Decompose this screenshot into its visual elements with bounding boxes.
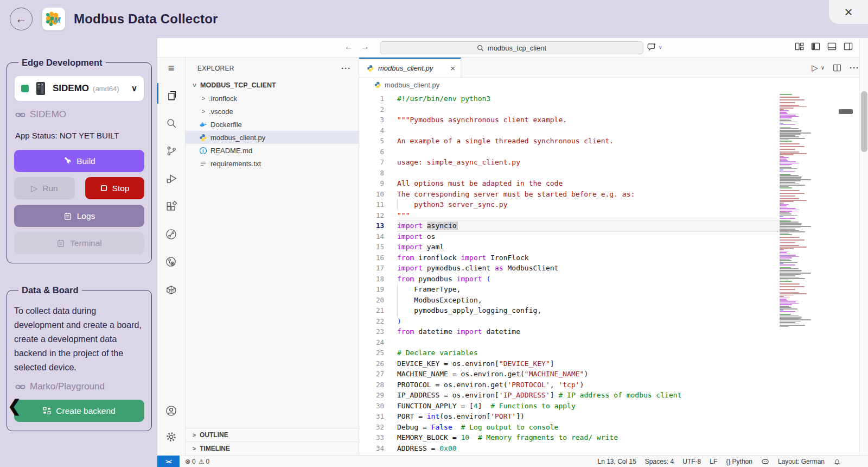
- toggle-sidebar-icon[interactable]: [811, 42, 820, 51]
- python-icon: [374, 81, 381, 89]
- stop-button[interactable]: Stop: [85, 177, 144, 199]
- code-line-27[interactable]: 27MACHINE_NAME = os.environ.get("MACHINE…: [359, 369, 868, 380]
- create-backend-button[interactable]: Create backend: [14, 400, 144, 422]
- tab-close-icon[interactable]: ×: [450, 64, 455, 73]
- build-button[interactable]: Build: [14, 150, 144, 172]
- terminal-icon: [56, 239, 65, 248]
- toggle-panel-icon[interactable]: [827, 42, 837, 51]
- collapse-panel-icon[interactable]: ❮: [8, 396, 21, 415]
- copilot-icon[interactable]: [761, 457, 769, 465]
- device-icon: [35, 81, 46, 96]
- run-file-icon[interactable]: ▷: [812, 63, 818, 73]
- containers-icon[interactable]: [165, 283, 178, 296]
- extensions-icon[interactable]: [165, 200, 178, 213]
- close-icon[interactable]: ×: [844, 5, 852, 19]
- chat-button[interactable]: ∨: [647, 42, 662, 52]
- problems-indicator[interactable]: ⊗ 0 ⚠ 0: [185, 458, 209, 465]
- tab-modbus-client[interactable]: modbus_client.py ×: [359, 58, 461, 78]
- account-icon[interactable]: [165, 404, 178, 417]
- app-title: Modbus Data Collector: [74, 11, 218, 27]
- tab-label: modbus_client.py: [378, 64, 433, 72]
- line-text: The corresponding server must be started…: [397, 189, 787, 200]
- breadcrumb[interactable]: modbus_client.py: [359, 78, 868, 92]
- status-ln-13-col-15[interactable]: Ln 13, Col 15: [597, 458, 636, 465]
- source-control-icon[interactable]: [165, 144, 178, 157]
- nav-back-icon[interactable]: ←: [344, 42, 353, 52]
- customize-layout-icon[interactable]: [795, 42, 804, 51]
- run-debug-icon[interactable]: [165, 172, 178, 185]
- nav-forward-icon[interactable]: →: [361, 42, 369, 52]
- code-line-25[interactable]: 25# Declare variables: [359, 348, 868, 358]
- tab-bar: modbus_client.py × ▷ ∨ ···: [359, 58, 868, 78]
- device-select[interactable]: SIDEMO (amd64) ∨: [14, 75, 144, 102]
- device-link-label: SIDEMO: [30, 109, 66, 120]
- toggle-secondary-sidebar-icon[interactable]: [844, 42, 853, 51]
- editor-group: modbus_client.py × ▷ ∨ ···: [359, 58, 868, 455]
- logs-button[interactable]: Logs: [14, 205, 144, 227]
- bell-icon[interactable]: [833, 458, 841, 465]
- tree-item-README.md[interactable]: README.md: [186, 144, 359, 157]
- back-button[interactable]: ←: [10, 8, 33, 30]
- tree-item-Dockerfile[interactable]: Dockerfile: [186, 118, 359, 131]
- line-text: from datetime import datetime: [397, 326, 787, 337]
- search-view-icon[interactable]: [165, 117, 178, 130]
- stop-icon: [100, 185, 107, 192]
- remote-explorer-icon[interactable]: [165, 228, 178, 241]
- more-actions-icon[interactable]: ···: [341, 64, 351, 73]
- page-scrollbar-thumb[interactable]: [861, 91, 867, 152]
- status--python[interactable]: {} Python: [726, 458, 752, 465]
- run-dropdown-icon[interactable]: ∨: [821, 65, 825, 71]
- tree-item-requirements.txt[interactable]: requirements.txt: [186, 157, 359, 170]
- editor-scrollbar-thumb[interactable]: [839, 109, 853, 114]
- device-link[interactable]: SIDEMO: [15, 109, 143, 120]
- remote-indicator[interactable]: ><: [157, 456, 180, 467]
- branch-inspect-icon[interactable]: [165, 255, 178, 268]
- left-panel: Edge Development SIDEMO (amd64) ∨: [0, 38, 157, 467]
- project-link[interactable]: Marko/Playground: [15, 381, 143, 392]
- play-icon: ▷: [31, 184, 37, 193]
- run-button[interactable]: ▷ Run: [14, 177, 75, 199]
- board-grid-icon: [43, 407, 51, 415]
- command-center-search[interactable]: modbus_tcp_client: [380, 41, 643, 54]
- menu-icon[interactable]: ≡: [168, 62, 175, 74]
- code-line-30[interactable]: 30FUNCTION_APPLY = [4] # Functions to ap…: [359, 401, 868, 412]
- section-timeline[interactable]: >TIMELINE: [186, 441, 359, 455]
- code-line-33[interactable]: 33MEMORY_BLOCK = 10 # Memory fragments t…: [359, 432, 868, 443]
- code-line-34[interactable]: 34ADDRESS = 0x00: [359, 443, 868, 454]
- status-utf-8[interactable]: UTF-8: [682, 458, 701, 465]
- explorer-icon[interactable]: [165, 89, 178, 102]
- code-line-31[interactable]: 31PORT = int(os.environ['PORT']): [359, 411, 868, 422]
- line-number: 19: [359, 284, 384, 295]
- layout-controls: [795, 42, 853, 51]
- terminal-button[interactable]: Terminal: [14, 232, 144, 254]
- chevron-collapsed-icon: >: [200, 95, 207, 102]
- code-line-24[interactable]: 24: [359, 337, 868, 348]
- minimap[interactable]: [780, 94, 845, 327]
- line-number: 18: [359, 274, 384, 285]
- tree-item-.ironflock[interactable]: >.ironflock: [186, 92, 359, 105]
- section-outline[interactable]: >OUTLINE: [186, 428, 359, 441]
- data-board-legend: Data & Board: [18, 285, 82, 295]
- line-number: 8: [359, 168, 384, 179]
- more-actions-icon[interactable]: ···: [850, 63, 859, 72]
- split-editor-icon[interactable]: [833, 64, 841, 72]
- status-layout-german[interactable]: Layout: German: [778, 458, 825, 465]
- code-line-23[interactable]: 23from datetime import datetime: [359, 326, 868, 337]
- settings-gear-icon[interactable]: [165, 430, 178, 443]
- file-name: Dockerfile: [210, 121, 242, 129]
- line-number: 29: [359, 390, 384, 401]
- code-line-29[interactable]: 29IP_ADDRESS = os.environ['IP_ADDRESS'] …: [359, 390, 868, 401]
- line-number: 11: [359, 199, 384, 210]
- code-line-28[interactable]: 28PROTOCOL = os.environ.get('PROTOCOL', …: [359, 380, 868, 390]
- line-text: from pymodbus import (: [397, 274, 787, 285]
- status-spaces-4[interactable]: Spaces: 4: [645, 458, 674, 465]
- tree-item-.vscode[interactable]: >.vscode: [186, 105, 359, 118]
- python-icon: [367, 65, 374, 72]
- tree-root[interactable]: > MODBUS_TCP_CLIENT: [186, 79, 359, 92]
- line-number: 2: [359, 104, 384, 115]
- docker-file-icon: [199, 120, 207, 129]
- tree-item-modbus_client.py[interactable]: modbus_client.py: [186, 131, 359, 144]
- code-line-32[interactable]: 32Debug = False # Log output to console: [359, 422, 868, 433]
- code-line-26[interactable]: 26DEVICE_KEY = os.environ["DEVICE_KEY"]: [359, 358, 868, 369]
- status-lf[interactable]: LF: [710, 458, 717, 465]
